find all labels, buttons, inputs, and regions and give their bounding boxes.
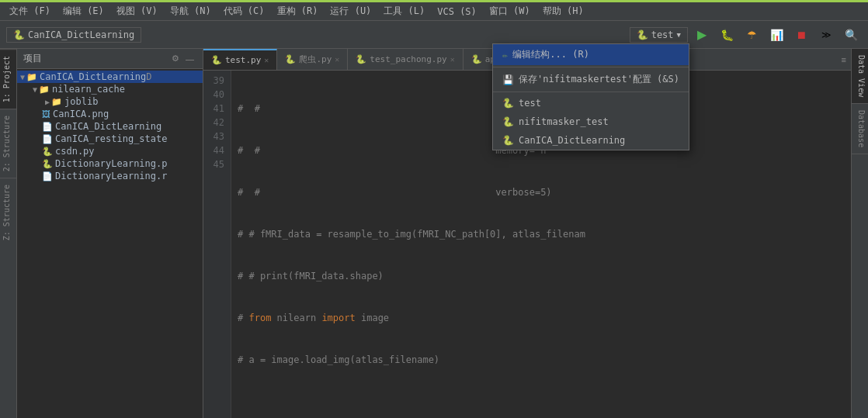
line-num-44: 44 xyxy=(207,143,224,157)
tree-label-root-d: D xyxy=(146,71,151,82)
menu-navigate[interactable]: 导航 (N) xyxy=(164,3,217,19)
code-line-43: # # print(fMRI_data.shape) xyxy=(238,269,845,283)
tab-test-py[interactable]: 🐍 test.py ✕ xyxy=(203,49,277,70)
line-num-40: 40 xyxy=(207,88,224,102)
tree-label-canica-rs: CanICA_resting_state xyxy=(55,133,168,144)
search-everywhere-button[interactable]: 🔍 xyxy=(840,24,862,46)
tree-label-root: CanICA_DictLearning xyxy=(40,71,146,82)
py-icon-test: 🐍 xyxy=(502,98,514,109)
tab-close-test[interactable]: ✕ xyxy=(264,56,269,64)
line-num-45: 45 xyxy=(207,157,224,171)
debug-button[interactable]: 🐛 xyxy=(716,24,738,46)
dropdown-divider xyxy=(493,67,689,67)
stop-icon: ⏹ xyxy=(796,29,807,41)
tree-item-dict-py[interactable]: 🐍 DictionaryLearning.p xyxy=(17,157,203,170)
tree-item-canica-rs[interactable]: 📄 CanICA_resting_state xyxy=(17,133,203,145)
file-icon-canica-dl: 📄 xyxy=(42,122,53,132)
edit-config-icon: ✏ xyxy=(502,50,508,60)
menu-help[interactable]: 帮助 (H) xyxy=(536,3,590,19)
tab-label-spider: 爬虫.py xyxy=(299,54,332,65)
toolbar: 🐍 CanICA_DictLearning 🐍 test ▼ ▶ 🐛 ☂ 📊 ⏹… xyxy=(0,21,868,49)
coverage-button[interactable]: ☂ xyxy=(741,24,762,46)
tab-label-pachong: test_pachong.py xyxy=(370,54,446,64)
run-icon: ▶ xyxy=(697,27,707,42)
line-numbers: 39 40 41 42 43 44 45 xyxy=(203,71,231,418)
sidebar-item-structure[interactable]: 2: Structure xyxy=(0,109,16,178)
dropdown-label-test: test xyxy=(519,98,541,109)
tree-item-canica-dl[interactable]: 📄 CanICA_DictLearning xyxy=(17,120,203,133)
project-icon: 🐍 xyxy=(13,29,25,40)
menu-run[interactable]: 运行 (U) xyxy=(324,3,377,19)
file-icon-dict-r: 📄 xyxy=(42,171,53,181)
tree-item-canica-png[interactable]: 🖼 CanICA.png xyxy=(17,108,203,120)
menu-code[interactable]: 代码 (C) xyxy=(217,3,271,19)
tree-item-csdn[interactable]: 🐍 csdn.py xyxy=(17,145,203,157)
profile-button[interactable]: 📊 xyxy=(766,24,787,46)
sidebar-item-project[interactable]: 1: Project xyxy=(0,49,16,109)
tree-label-csdn: csdn.py xyxy=(55,146,95,157)
left-sidebar-tabs: 1: Project 2: Structure Z: Structure xyxy=(0,49,17,418)
dropdown-item-save-config[interactable]: 💾 保存'nifitmaskertest'配置 (&S) xyxy=(493,69,689,90)
stop-button[interactable]: ⏹ xyxy=(790,24,812,46)
project-collapse-btn[interactable]: — xyxy=(183,53,196,64)
project-tree: ▼ 📁 CanICA_DictLearning D ▼ 📁 nilearn_ca… xyxy=(17,69,203,418)
menu-file[interactable]: 文件 (F) xyxy=(3,3,57,19)
run-config-selector[interactable]: 🐍 test ▼ xyxy=(630,27,688,43)
tab-icon-test: 🐍 xyxy=(211,55,222,65)
tree-label-nilearn: nilearn_cache xyxy=(52,84,125,95)
dropdown-item-nifitmasker[interactable]: 🐍 nifitmasker_test xyxy=(493,112,689,131)
sidebar-item-dataview[interactable]: Data View xyxy=(852,49,868,104)
file-icon-canica-png: 🖼 xyxy=(42,109,50,119)
py-icon-csdn: 🐍 xyxy=(42,147,53,157)
menu-vcs[interactable]: VCS (S) xyxy=(431,5,483,19)
tree-label-canica-png: CanICA.png xyxy=(53,109,109,119)
editor-settings-btn[interactable]: ≡ xyxy=(837,55,851,64)
project-selector[interactable]: 🐍 CanICA_DictLearning xyxy=(6,27,141,43)
menu-tools[interactable]: 工具 (L) xyxy=(377,3,431,19)
project-name: CanICA_DictLearning xyxy=(28,29,134,40)
code-line-42: # # fMRI_data = resample_to_img(fMRI_NC_… xyxy=(238,227,845,241)
sidebar-item-z-structure[interactable]: Z: Structure xyxy=(0,178,16,247)
tab-test-pachong[interactable]: 🐍 test_pachong.py ✕ xyxy=(348,49,463,70)
code-line-41: # # verbose=5) xyxy=(238,185,845,199)
tab-icon-spider: 🐍 xyxy=(285,54,296,64)
tree-label-dict-r: DictionaryLearning.r xyxy=(55,171,168,181)
tree-item-root[interactable]: ▼ 📁 CanICA_DictLearning D xyxy=(17,71,203,83)
main-layout: 1: Project 2: Structure Z: Structure 项目 … xyxy=(0,49,868,418)
menu-refactor[interactable]: 重构 (R) xyxy=(271,3,325,19)
dropdown-divider-2 xyxy=(493,92,689,92)
tree-item-joblib[interactable]: ▶ 📁 joblib xyxy=(17,95,203,108)
menu-window[interactable]: 窗口 (W) xyxy=(483,3,536,19)
project-settings-btn[interactable]: ⚙ xyxy=(169,53,182,64)
run-config-icon: 🐍 xyxy=(637,29,648,40)
folder-icon-joblib: 📁 xyxy=(51,97,62,107)
tab-spider-py[interactable]: 🐍 爬虫.py ✕ xyxy=(277,49,348,70)
py-icon-canica: 🐍 xyxy=(502,135,514,146)
tree-item-dict-r[interactable]: 📄 DictionaryLearning.r xyxy=(17,170,203,182)
menubar: 文件 (F) 编辑 (E) 视图 (V) 导航 (N) 代码 (C) 重构 (R… xyxy=(0,2,868,21)
folder-icon-root: 📁 xyxy=(26,72,37,82)
sidebar-item-database[interactable]: Database xyxy=(852,104,868,154)
project-header: 项目 ⚙ — xyxy=(17,49,203,69)
tab-close-pachong[interactable]: ✕ xyxy=(450,55,455,64)
project-panel-title: 项目 xyxy=(23,52,166,65)
expand-arrow-root: ▼ xyxy=(20,73,25,81)
more-toolbar-button[interactable]: ≫ xyxy=(815,24,837,46)
dropdown-item-edit-config[interactable]: ✏ 编辑结构... (R) xyxy=(493,44,689,65)
run-button[interactable]: ▶ xyxy=(691,24,713,46)
dropdown-label-save: 保存'nifitmaskertest'配置 (&S) xyxy=(519,73,679,86)
dropdown-arrow-icon: ▼ xyxy=(677,31,681,39)
menu-view[interactable]: 视图 (V) xyxy=(110,3,164,19)
dropdown-item-test[interactable]: 🐍 test xyxy=(493,94,689,112)
right-sidebar-tabs: Data View Database xyxy=(851,49,868,418)
dropdown-item-canica[interactable]: 🐍 CanICA_DictLearning xyxy=(493,131,689,150)
code-line-44: # from nilearn import image xyxy=(238,311,845,325)
debug-icon: 🐛 xyxy=(720,29,734,41)
tree-item-nilearn-cache[interactable]: ▼ 📁 nilearn_cache xyxy=(17,83,203,95)
tree-label-dict-py: DictionaryLearning.p xyxy=(55,158,168,169)
tab-close-spider[interactable]: ✕ xyxy=(335,55,339,64)
py-icon-nifitmasker: 🐍 xyxy=(502,116,514,127)
run-config-name: test xyxy=(651,29,674,40)
search-icon: 🔍 xyxy=(845,29,858,41)
menu-edit[interactable]: 编辑 (E) xyxy=(57,3,110,19)
